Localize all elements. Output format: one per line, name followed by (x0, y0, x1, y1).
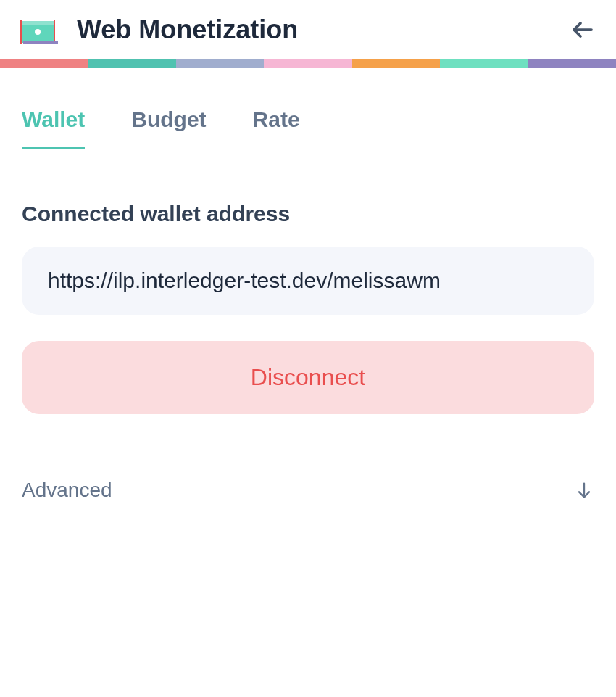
disconnect-button[interactable]: Disconnect (22, 341, 594, 414)
tab-wallet[interactable]: Wallet (22, 107, 85, 149)
svg-rect-5 (23, 41, 58, 44)
content: Connected wallet address https://ilp.int… (0, 149, 616, 502)
rainbow-stripe (0, 59, 616, 68)
svg-point-2 (35, 29, 41, 35)
svg-rect-4 (54, 20, 55, 44)
page-title: Web Monetization (77, 15, 552, 45)
header: Web Monetization (0, 0, 616, 59)
advanced-label: Advanced (22, 479, 112, 502)
arrow-down-icon (574, 480, 594, 500)
wallet-address-field: https://ilp.interledger-test.dev/melissa… (22, 247, 594, 315)
tab-budget[interactable]: Budget (131, 107, 206, 149)
wallet-logo-icon (20, 15, 59, 44)
back-arrow-icon[interactable] (570, 17, 596, 43)
tabs: Wallet Budget Rate (0, 107, 616, 149)
tab-rate[interactable]: Rate (253, 107, 300, 149)
svg-rect-1 (20, 21, 55, 25)
wallet-address-label: Connected wallet address (22, 202, 594, 226)
svg-rect-3 (20, 20, 22, 44)
advanced-section[interactable]: Advanced (22, 458, 594, 502)
